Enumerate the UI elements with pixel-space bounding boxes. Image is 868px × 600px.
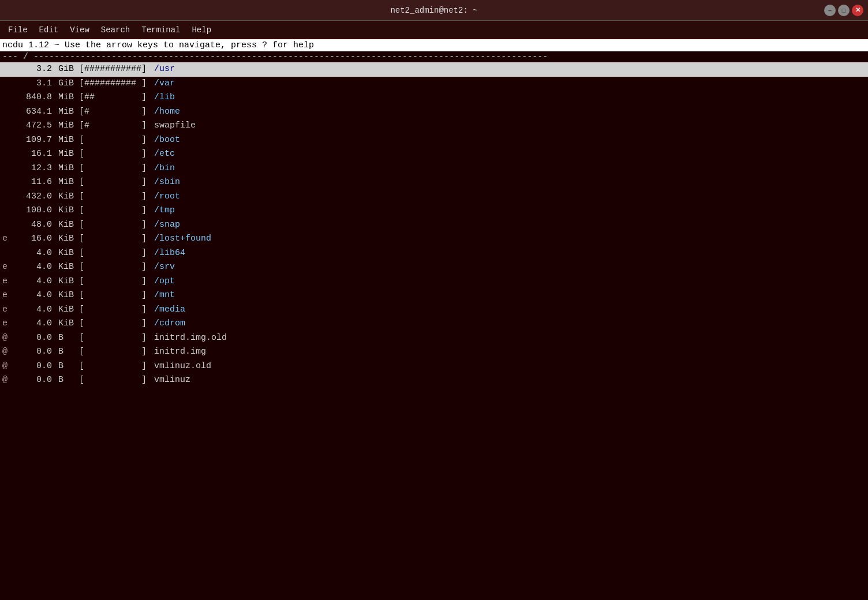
file-row[interactable]: 11.6 MiB [ ] /sbin xyxy=(0,175,868,190)
file-row[interactable]: e 4.0 KiB [ ] /mnt xyxy=(0,288,868,303)
row-unit: KiB xyxy=(53,289,74,302)
row-prefix: e xyxy=(2,289,10,302)
menu-item-view[interactable]: View xyxy=(64,23,95,37)
row-size: 12.3 xyxy=(10,162,52,175)
row-filename: /lost+found xyxy=(149,232,211,246)
menu-item-search[interactable]: Search xyxy=(95,23,136,37)
row-size: 4.0 xyxy=(10,261,52,274)
menu-item-file[interactable]: File xyxy=(2,23,33,37)
file-row[interactable]: 4.0 KiB [ ] /lib64 xyxy=(0,246,868,261)
row-unit: MiB xyxy=(53,134,74,147)
file-row[interactable]: @ 0.0 B [ ] initrd.img xyxy=(0,345,868,359)
menu-item-help[interactable]: Help xyxy=(186,23,217,37)
row-bar: [ ] xyxy=(74,332,147,345)
file-row[interactable]: 109.7 MiB [ ] /boot xyxy=(0,133,868,148)
file-row[interactable]: 3.2 GiB [###########] /usr xyxy=(0,62,868,77)
row-prefix xyxy=(2,134,10,147)
row-prefix: e xyxy=(2,232,10,246)
ncdu-header: ncdu 1.12 ~ Use the arrow keys to naviga… xyxy=(0,39,868,51)
file-row[interactable]: e 4.0 KiB [ ] /cdrom xyxy=(0,317,868,331)
row-bar: [ ] xyxy=(74,204,147,217)
row-bar: [ ] xyxy=(74,275,147,288)
row-filename: /mnt xyxy=(149,289,175,302)
close-button[interactable]: ✕ xyxy=(852,5,863,16)
menu-item-terminal[interactable]: Terminal xyxy=(136,23,186,37)
terminal: ncdu 1.12 ~ Use the arrow keys to naviga… xyxy=(0,39,868,600)
row-size: 48.0 xyxy=(10,219,52,232)
row-size: 472.5 xyxy=(10,119,52,133)
row-bar: [ ] xyxy=(74,346,147,359)
row-bar: [ ] xyxy=(74,317,147,331)
row-bar: [ ] xyxy=(74,162,147,175)
row-unit: MiB xyxy=(53,148,74,161)
row-bar: [###########] xyxy=(74,63,147,76)
row-prefix: @ xyxy=(2,374,10,387)
file-row[interactable]: 432.0 KiB [ ] /root xyxy=(0,190,868,204)
row-filename: swapfile xyxy=(149,119,196,133)
row-size: 16.1 xyxy=(10,148,52,161)
row-bar: [ ] xyxy=(74,261,147,274)
row-filename: /root xyxy=(149,190,180,204)
row-filename: /etc xyxy=(149,148,175,161)
row-filename: initrd.img.old xyxy=(149,332,227,345)
file-row[interactable]: 100.0 KiB [ ] /tmp xyxy=(0,204,868,218)
row-prefix xyxy=(2,148,10,161)
file-row[interactable]: e 4.0 KiB [ ] /media xyxy=(0,303,868,317)
row-unit: GiB xyxy=(53,77,74,91)
file-row[interactable]: e 4.0 KiB [ ] /srv xyxy=(0,260,868,275)
file-row[interactable]: 48.0 KiB [ ] /snap xyxy=(0,218,868,232)
row-bar: [ ] xyxy=(74,289,147,302)
row-bar: [ ] xyxy=(74,247,147,260)
row-filename: /cdrom xyxy=(149,317,185,331)
row-size: 4.0 xyxy=(10,303,52,317)
file-row[interactable]: e 16.0 KiB [ ] /lost+found xyxy=(0,232,868,246)
row-bar: [## ] xyxy=(74,91,147,104)
row-filename: /bin xyxy=(149,162,175,175)
row-filename: /sbin xyxy=(149,176,180,189)
row-prefix: e xyxy=(2,317,10,331)
row-filename: vmlinuz.old xyxy=(149,360,211,373)
row-filename: /boot xyxy=(149,134,180,147)
file-row[interactable]: @ 0.0 B [ ] initrd.img.old xyxy=(0,331,868,346)
minimize-button[interactable]: – xyxy=(824,5,836,16)
row-unit: B xyxy=(53,332,74,345)
file-row[interactable]: 840.8 MiB [## ] /lib xyxy=(0,91,868,105)
menubar: FileEditViewSearchTerminalHelp xyxy=(0,21,868,39)
row-unit: KiB xyxy=(53,219,74,232)
row-size: 634.1 xyxy=(10,106,52,119)
titlebar: net2_admin@net2: ~ – □ ✕ xyxy=(0,0,868,21)
titlebar-title: net2_admin@net2: ~ xyxy=(390,6,477,15)
row-prefix xyxy=(2,91,10,104)
file-row[interactable]: 472.5 MiB [# ] swapfile xyxy=(0,119,868,133)
row-unit: MiB xyxy=(53,106,74,119)
maximize-button[interactable]: □ xyxy=(838,5,850,16)
titlebar-buttons: – □ ✕ xyxy=(824,5,863,16)
file-row[interactable]: 16.1 MiB [ ] /etc xyxy=(0,147,868,162)
row-bar: [# ] xyxy=(74,119,147,133)
file-row[interactable]: @ 0.0 B [ ] vmlinuz.old xyxy=(0,359,868,374)
row-filename: /lib64 xyxy=(149,247,185,260)
row-bar: [ ] xyxy=(74,148,147,161)
row-size: 4.0 xyxy=(10,247,52,260)
row-prefix xyxy=(2,119,10,133)
file-row[interactable]: @ 0.0 B [ ] vmlinuz xyxy=(0,373,868,388)
row-prefix xyxy=(2,190,10,204)
row-size: 4.0 xyxy=(10,289,52,302)
file-row[interactable]: 634.1 MiB [# ] /home xyxy=(0,105,868,119)
row-filename: /home xyxy=(149,106,180,119)
file-row[interactable]: e 4.0 KiB [ ] /opt xyxy=(0,275,868,289)
row-size: 0.0 xyxy=(10,374,52,387)
file-row[interactable]: 3.1 GiB [########## ] /var xyxy=(0,77,868,91)
file-row[interactable]: 12.3 MiB [ ] /bin xyxy=(0,162,868,176)
row-bar: [ ] xyxy=(74,219,147,232)
row-prefix xyxy=(2,219,10,232)
row-unit: B xyxy=(53,374,74,387)
row-unit: MiB xyxy=(53,176,74,189)
row-filename: /lib xyxy=(149,91,175,104)
menu-item-edit[interactable]: Edit xyxy=(33,23,65,37)
row-unit: MiB xyxy=(53,91,74,104)
row-filename: /snap xyxy=(149,219,180,232)
row-size: 16.0 xyxy=(10,232,52,246)
row-size: 3.2 xyxy=(10,63,52,76)
row-unit: KiB xyxy=(53,303,74,317)
